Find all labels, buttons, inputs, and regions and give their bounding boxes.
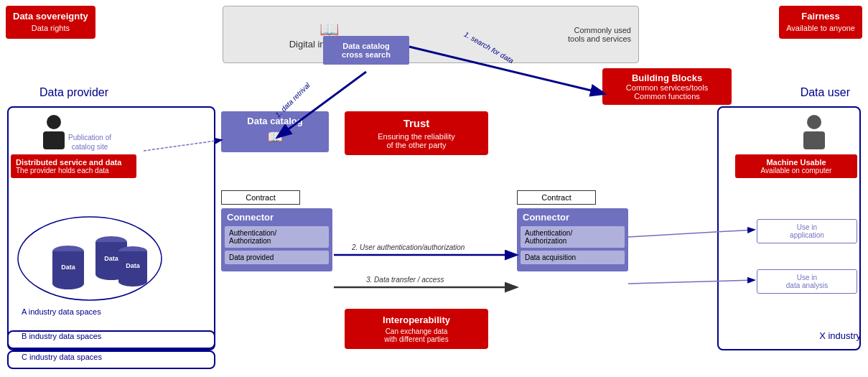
fairness-title: Fairness [786, 10, 855, 23]
catalog-icon: 📖 [225, 129, 325, 145]
connector-right-auth: Authentication/ Authorization [521, 226, 625, 248]
digital-infra-box: 📖 Digital infrastructure Commonly used t… [223, 6, 639, 63]
building-blocks-line2: Common functions [608, 92, 726, 101]
machine-title: Machine Usable [740, 158, 852, 167]
connector-right-title: Connector [517, 208, 628, 225]
person-user-icon [800, 113, 829, 154]
distributed-title: Distributed service and data [16, 158, 131, 167]
svg-text:2. User authentication/authori: 2. User authentication/authorization [351, 243, 465, 251]
connector-left-auth: Authentication/ Authorization [225, 226, 329, 248]
sovereignty-title: Data sovereignty [13, 10, 88, 23]
building-blocks-line1: Common services/tools [608, 83, 726, 92]
connector-right-data: Data acquisition [521, 251, 625, 264]
machine-usable: Machine Usable Available on computer [735, 154, 857, 178]
interop-title: Interoperability [352, 315, 481, 325]
a-industry-label: A industry data spaces [22, 307, 101, 316]
diagram-container: Data sovereignty Data rights Fairness Av… [0, 0, 868, 377]
badge-sovereignty: Data sovereignty Data rights [6, 6, 95, 39]
digital-infra-right: Commonly used tools and services [431, 26, 631, 43]
interoperability-box: Interoperability Can exchange data with … [345, 309, 488, 349]
cylinders-area: Data Data Data [14, 212, 165, 307]
trust-desc: Ensuring the reliability of the other pa… [352, 132, 481, 149]
catalog-cross-label: Data catalog cross search [342, 42, 391, 59]
svg-text:3. Data transfer / access: 3. Data transfer / access [366, 276, 444, 284]
trust-box: Trust Ensuring the reliability of the ot… [345, 111, 488, 155]
contract-left: Contract [221, 190, 300, 205]
svg-rect-1 [43, 131, 65, 149]
building-blocks-title: Building Blocks [608, 73, 726, 83]
distributed-sub: The provider holds each data [16, 167, 131, 174]
publication-label: Publication of catalog site [68, 133, 111, 152]
svg-point-0 [47, 115, 61, 129]
svg-point-13 [118, 276, 147, 287]
connector-left-data: Data provided [225, 251, 329, 264]
svg-text:Data: Data [104, 255, 119, 262]
svg-rect-16 [803, 131, 825, 149]
label-provider: Data provider [39, 86, 108, 99]
building-blocks: Building Blocks Common services/tools Co… [602, 68, 732, 105]
use-data-analysis: Use in data analysis [757, 269, 857, 294]
label-user: Data user [801, 86, 850, 99]
contract-right: Contract [517, 190, 596, 205]
c-industry-label: C industry data spaces [22, 353, 102, 361]
svg-point-15 [807, 115, 821, 129]
data-catalog-cross: Data catalog cross search [323, 36, 409, 65]
svg-text:Data: Data [126, 262, 141, 269]
b-industry-label: B industry data spaces [22, 332, 101, 340]
fairness-sub: Available to anyone [786, 23, 855, 34]
svg-text:Data: Data [61, 264, 76, 271]
sovereignty-sub: Data rights [13, 23, 88, 34]
machine-sub: Available on computer [740, 167, 852, 174]
use-application: Use in application [757, 219, 857, 243]
person-provider-icon [39, 113, 68, 154]
svg-point-9 [52, 278, 84, 289]
catalog-title: Data catalog [247, 116, 302, 126]
trust-title: Trust [352, 117, 481, 129]
data-catalog-box: Data catalog 📖 [221, 111, 329, 152]
x-industry-label: X industry [819, 330, 861, 341]
connector-left-title: Connector [221, 208, 332, 225]
badge-fairness: Fairness Available to anyone [779, 6, 862, 39]
distributed-service-badge: Distributed service and data The provide… [11, 154, 136, 178]
connector-left: Connector Authentication/ Authorization … [221, 208, 332, 271]
book-icon: 📖 [319, 20, 339, 38]
interop-desc: Can exchange data with different parties [352, 327, 481, 343]
connector-right: Connector Authentication/ Authorization … [517, 208, 628, 271]
